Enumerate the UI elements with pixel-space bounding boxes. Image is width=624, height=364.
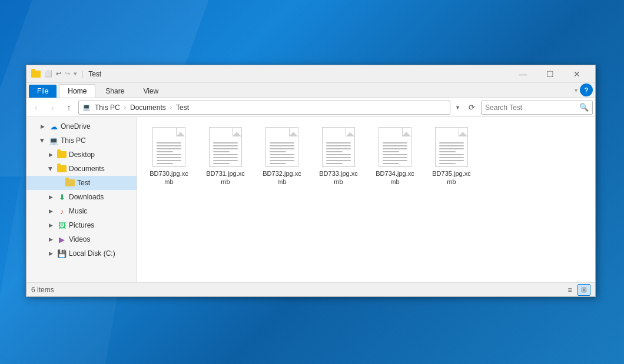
sidebar-item-onedrive[interactable]: ▶ ☁ OneDrive — [26, 119, 137, 133]
maximize-button[interactable]: ☐ — [536, 65, 563, 83]
documents-folder-icon — [57, 164, 67, 173]
path-segment-test[interactable]: Test — [174, 103, 191, 112]
help-button[interactable]: ? — [580, 84, 593, 96]
file-item[interactable]: BD734.jpg.xcmb — [369, 123, 421, 191]
search-box[interactable]: 🔍 — [481, 101, 593, 115]
sidebar-label-thispc: This PC — [61, 136, 86, 145]
sidebar: ▶ ☁ OneDrive ▶ 💻 This PC ▶ Des — [26, 117, 137, 282]
path-segment-documents[interactable]: Documents — [128, 103, 168, 112]
status-bar: 6 items ≡ ⊞ — [26, 282, 595, 296]
sidebar-item-desktop[interactable]: ▶ Desktop — [26, 148, 137, 162]
path-arrow-2: › — [170, 104, 172, 111]
refresh-icon: ⟳ — [469, 103, 475, 112]
sidebar-item-music[interactable]: ▶ ♪ Music — [26, 204, 137, 218]
file-item[interactable]: BD733.jpg.xcmb — [313, 123, 364, 191]
file-icon — [209, 127, 242, 167]
file-icon — [322, 127, 355, 167]
drive-icon: 💾 — [57, 249, 67, 258]
file-name: BD730.jpg.xcmb — [147, 169, 191, 186]
back-button[interactable]: ‹ — [29, 101, 43, 115]
item-count: 6 items — [31, 286, 563, 294]
sidebar-label-videos: Videos — [69, 235, 90, 243]
path-arrow-1: › — [124, 104, 126, 111]
file-icon — [152, 127, 185, 167]
file-icon — [265, 127, 298, 167]
search-icon[interactable]: 🔍 — [579, 103, 589, 112]
sidebar-item-documents[interactable]: ▶ Documents — [26, 162, 137, 176]
tab-file[interactable]: File — [29, 85, 57, 98]
window-controls: — ☐ ✕ — [509, 65, 590, 83]
sidebar-label-onedrive: OneDrive — [61, 122, 91, 131]
file-name: BD733.jpg.xcmb — [317, 169, 360, 186]
expand-arrow-documents: ▶ — [47, 165, 55, 173]
sidebar-label-downloads: Downloads — [69, 193, 104, 201]
expand-arrow-localdisk: ▶ — [47, 249, 55, 258]
sidebar-label-test: Test — [77, 179, 90, 187]
expand-arrow-music: ▶ — [47, 207, 55, 215]
expand-arrow-thispc: ▶ — [38, 136, 47, 145]
expand-arrow-pictures: ▶ — [47, 221, 55, 229]
sidebar-label-pictures: Pictures — [69, 221, 94, 229]
minimize-button[interactable]: — — [509, 65, 536, 83]
sidebar-item-downloads[interactable]: ▶ ⬇ Downloads — [26, 190, 137, 204]
file-name: BD732.jpg.xcmb — [260, 169, 304, 186]
file-icon — [435, 127, 468, 167]
qa-icon1[interactable]: ⬜ — [44, 70, 52, 78]
qa-icon3[interactable]: ↪ — [65, 70, 70, 78]
view-tile-button[interactable]: ⊞ — [577, 284, 590, 296]
address-path[interactable]: 💻 This PC › Documents › Test — [78, 101, 450, 115]
up-icon: ↑ — [67, 103, 71, 112]
sidebar-label-desktop: Desktop — [69, 151, 95, 159]
file-icon — [379, 127, 411, 167]
ribbon-collapse-btn[interactable]: ▾ — [575, 87, 577, 93]
ribbon-tabs: File Home Share View ▾ ? — [26, 83, 595, 98]
pictures-icon: 🖼 — [57, 221, 67, 230]
view-list-icon: ≡ — [567, 286, 572, 294]
path-segment-thispc[interactable]: This PC — [93, 103, 122, 112]
search-input[interactable] — [485, 103, 577, 112]
expand-arrow-downloads: ▶ — [47, 193, 55, 201]
path-pc-icon: 💻 — [82, 103, 91, 111]
qa-icon2[interactable]: ↩ — [56, 70, 61, 78]
file-item[interactable]: BD730.jpg.xcmb — [143, 123, 195, 191]
sidebar-item-pictures[interactable]: ▶ 🖼 Pictures — [26, 218, 137, 232]
view-list-button[interactable]: ≡ — [563, 284, 576, 296]
title-folder-icon — [31, 69, 41, 79]
up-button[interactable]: ↑ — [62, 101, 76, 115]
title-bar: ⬜ ↩ ↪ ▾ | Test — ☐ ✕ — [26, 65, 595, 83]
back-icon: ‹ — [35, 103, 38, 112]
file-name: BD731.jpg.xcmb — [204, 169, 247, 186]
file-item[interactable]: BD731.jpg.xcmb — [200, 123, 251, 191]
view-tile-icon: ⊞ — [581, 286, 587, 294]
qa-dropdown[interactable]: ▾ — [74, 70, 77, 78]
expand-arrow-test — [55, 179, 63, 187]
sidebar-item-videos[interactable]: ▶ ▶ Videos — [26, 232, 137, 246]
onedrive-icon: ☁ — [49, 122, 58, 131]
sidebar-label-localdisk: Local Disk (C:) — [69, 249, 115, 258]
forward-icon: › — [51, 103, 54, 112]
file-item[interactable]: BD732.jpg.xcmb — [256, 123, 308, 191]
window-title: Test — [88, 70, 509, 78]
music-icon: ♪ — [57, 206, 67, 216]
expand-arrow-onedrive: ▶ — [38, 122, 47, 131]
videos-icon: ▶ — [57, 235, 67, 244]
view-buttons: ≡ ⊞ — [563, 284, 590, 296]
expand-arrow-desktop: ▶ — [47, 151, 55, 159]
sidebar-item-test[interactable]: Test — [26, 176, 137, 190]
test-folder-icon — [65, 178, 75, 188]
sidebar-item-localdisk[interactable]: ▶ 💾 Local Disk (C:) — [26, 246, 137, 261]
tab-share[interactable]: Share — [97, 84, 133, 98]
close-button[interactable]: ✕ — [563, 65, 590, 83]
file-item[interactable]: BD735.jpg.xcmb — [426, 123, 477, 191]
tab-home[interactable]: Home — [59, 84, 95, 98]
address-dropdown[interactable]: ▾ — [453, 101, 462, 115]
address-bar: ‹ › ↑ 💻 This PC › Documents › Test ▾ ⟳ 🔍 — [26, 98, 595, 117]
tab-view[interactable]: View — [134, 84, 167, 98]
forward-button[interactable]: › — [45, 101, 59, 115]
desktop-folder-icon — [57, 150, 67, 159]
sidebar-item-thispc[interactable]: ▶ 💻 This PC — [26, 133, 137, 148]
sidebar-label-music: Music — [69, 207, 87, 215]
refresh-button[interactable]: ⟳ — [464, 101, 479, 115]
file-name: BD735.jpg.xcmb — [430, 169, 473, 186]
explorer-window: ⬜ ↩ ↪ ▾ | Test — ☐ ✕ File Home Share Vie… — [26, 65, 596, 297]
